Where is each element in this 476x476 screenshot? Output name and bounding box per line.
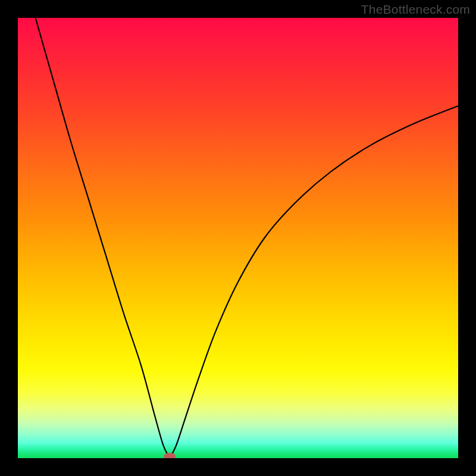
chart-plot-area: [18, 18, 458, 458]
curve-right-branch: [170, 106, 458, 458]
watermark-text: TheBottleneck.com: [361, 2, 470, 17]
chart-svg: [18, 18, 458, 458]
curve-left-branch: [36, 18, 170, 458]
minimum-marker: [164, 453, 176, 458]
